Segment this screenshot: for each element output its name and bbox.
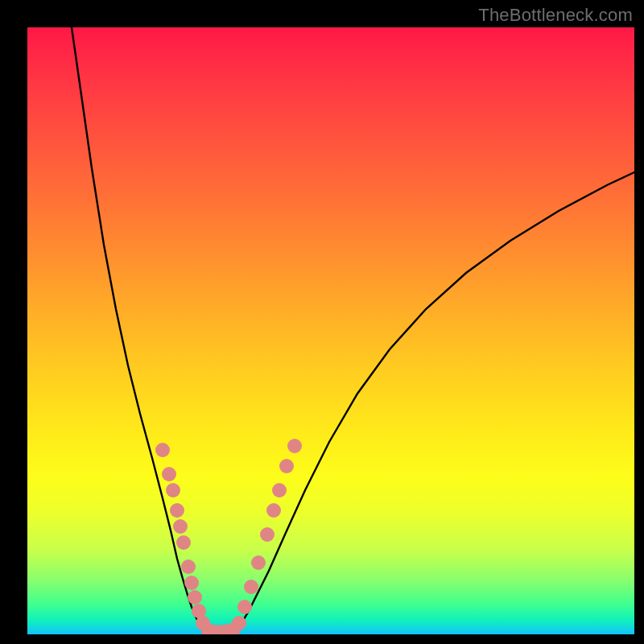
data-dot	[181, 559, 196, 574]
data-dot	[237, 600, 252, 614]
data-dot	[173, 519, 188, 534]
data-dot	[162, 467, 176, 481]
data-dot	[188, 590, 202, 605]
data-dot	[287, 439, 302, 453]
data-dot	[251, 555, 266, 570]
data-dot	[244, 580, 258, 594]
bottleneck-curve	[72, 27, 634, 633]
plot-area	[27, 27, 634, 634]
data-dot	[232, 616, 246, 630]
data-dot	[184, 576, 199, 590]
chart-stage: TheBottleneck.com	[0, 0, 644, 644]
data-dot	[166, 483, 180, 497]
data-dot	[155, 443, 170, 457]
data-dot	[176, 535, 191, 550]
data-dot	[170, 503, 184, 518]
dot-layer	[155, 439, 302, 634]
data-dot	[272, 483, 287, 497]
data-dot	[260, 527, 275, 542]
data-dot	[279, 459, 294, 473]
watermark-text: TheBottleneck.com	[478, 5, 633, 26]
data-dot	[266, 503, 281, 518]
curve-svg	[27, 27, 634, 634]
